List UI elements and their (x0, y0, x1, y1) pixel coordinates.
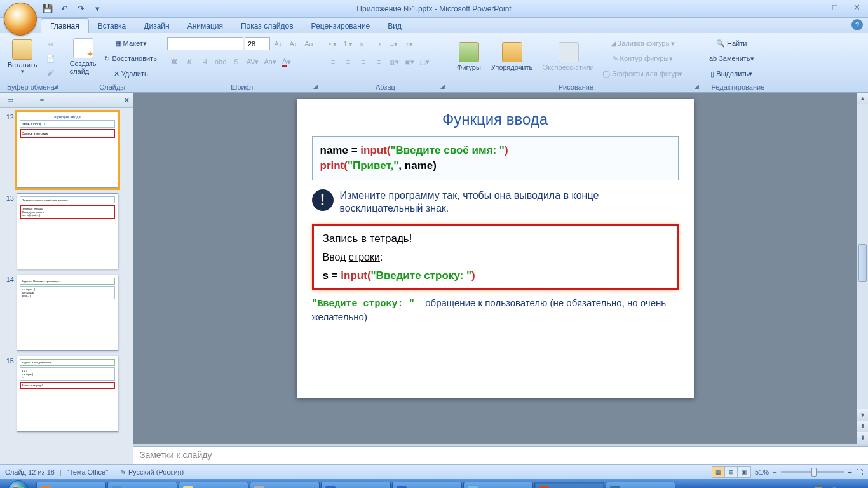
layout-button[interactable]: ▦ Макет ▾ (102, 36, 158, 50)
zoom-out-button[interactable]: − (773, 468, 776, 476)
thumbnail[interactable]: По умолчанию все введённые данные... Зап… (17, 193, 118, 269)
zoom-handle[interactable] (811, 468, 817, 477)
replace-button[interactable]: ab Заменить ▾ (707, 51, 756, 65)
tab-review[interactable]: Рецензирование (302, 19, 379, 33)
help-button[interactable]: ? (851, 19, 863, 30)
thumbnail[interactable]: Функция ввода name = input(...) Запись в… (17, 112, 118, 188)
thumbnail[interactable]: Задача. В каждой строке... a = 5n = inpu… (17, 356, 118, 432)
taskbar-item[interactable]: Диплом (179, 482, 248, 488)
tab-slideshow[interactable]: Показ слайдов (232, 19, 302, 33)
thumbnail-item[interactable]: 13 По умолчанию все введённые данные... … (4, 193, 129, 269)
quick-styles-button[interactable]: Экспресс-стили (539, 35, 597, 78)
fit-button[interactable]: ⛶ (856, 468, 863, 476)
taskbar-item[interactable]: Блокнот… (463, 482, 533, 488)
office-button[interactable] (4, 3, 37, 36)
select-button[interactable]: ▯ Выделить ▾ (707, 67, 756, 81)
notes-pane[interactable]: Заметки к слайду (133, 447, 868, 464)
dialog-launcher-icon[interactable]: ◢ (438, 82, 447, 91)
slide-canvas-area[interactable]: Функция ввода name = input("Введите своё… (133, 93, 857, 444)
taskbar-item[interactable]: Microsof… (534, 482, 604, 488)
strike-button[interactable]: abc (213, 55, 228, 69)
qat-customize[interactable]: ▾ (90, 2, 104, 16)
scroll-up-button[interactable]: ▲ (857, 93, 868, 104)
taskbar-item[interactable]: ВКР. Тра… (321, 482, 391, 488)
shape-effects-button[interactable]: ◯ Эффекты для фигур ▾ (600, 67, 685, 81)
save-button[interactable]: 💾 (41, 2, 55, 16)
case-button[interactable]: Aa▾ (262, 55, 278, 69)
shadow-button[interactable]: S (229, 55, 243, 69)
vertical-scrollbar[interactable]: ▲ ▼ ⬆ ⬇ (857, 93, 868, 444)
reset-button[interactable]: ↻ Восстановить (102, 51, 158, 65)
scroll-track[interactable] (857, 104, 868, 409)
thumbnail-item[interactable]: 14 Задание. Напишите программу... a = in… (4, 274, 129, 351)
bold-button[interactable]: Ж (167, 55, 181, 69)
italic-button[interactable]: К (182, 55, 196, 69)
columns-button[interactable]: ▥▾ (387, 55, 401, 69)
minimize-button[interactable]: — (806, 1, 821, 13)
new-slide-button[interactable]: ✦ Создать слайд (66, 35, 100, 78)
redo-button[interactable]: ↷ (74, 2, 88, 16)
zoom-level[interactable]: 51% (755, 468, 769, 476)
font-family-combo[interactable] (167, 37, 243, 50)
taskbar-item[interactable]: конспек… (392, 482, 462, 488)
zoom-slider[interactable] (781, 471, 844, 473)
maximize-button[interactable]: □ (827, 1, 843, 13)
tab-design[interactable]: Дизайн (135, 19, 178, 33)
font-color-button[interactable]: A▾ (280, 55, 294, 69)
align-right-button[interactable]: ≡ (356, 55, 370, 69)
clear-format-button[interactable]: Aa (302, 37, 316, 51)
start-button[interactable] (1, 480, 36, 488)
grow-font-button[interactable]: A↑ (271, 37, 285, 51)
thumbnail-item[interactable]: 12 Функция ввода name = input(...) Запис… (4, 112, 129, 188)
cut-button[interactable]: ✂ (44, 37, 58, 51)
scroll-thumb[interactable] (858, 244, 867, 282)
format-painter-button[interactable]: 🖌 (44, 65, 58, 79)
scroll-down-button[interactable]: ▼ (857, 409, 868, 421)
thumbnail[interactable]: Задание. Напишите программу... a = input… (17, 274, 118, 351)
taskbar-item[interactable]: hvg.py - … (606, 482, 675, 488)
find-button[interactable]: 🔍 Найти (707, 36, 756, 50)
spacing-button[interactable]: AV▾ (245, 55, 261, 69)
align-text-button[interactable]: ▣▾ (402, 55, 416, 69)
close-button[interactable]: ✕ (849, 1, 864, 13)
shape-outline-button[interactable]: ✎ Контур фигуры ▾ (600, 51, 685, 65)
undo-button[interactable]: ↶ (57, 2, 71, 16)
tab-view[interactable]: Вид (379, 19, 410, 33)
tab-animation[interactable]: Анимация (179, 19, 232, 33)
line-spacing-button[interactable]: ≡▾ (387, 37, 401, 51)
taskbar-item[interactable]: Съемны… (250, 482, 320, 488)
taskbar-item[interactable]: TIOBE In… (36, 482, 106, 488)
arrange-button[interactable]: Упорядочить (487, 35, 536, 78)
font-size-combo[interactable]: 28 (245, 37, 270, 50)
smartart-button[interactable]: ⬚▾ (417, 55, 431, 69)
align-left-button[interactable]: ≡ (326, 55, 340, 69)
thumbnail-list[interactable]: 12 Функция ввода name = input(...) Запис… (0, 108, 133, 464)
slideshow-view-button[interactable]: ▣ (738, 467, 750, 477)
delete-button[interactable]: ✕ Удалить (102, 67, 158, 81)
indent-button[interactable]: ⇥ (372, 37, 386, 51)
panel-close-icon[interactable]: × (124, 95, 129, 105)
language-indicator[interactable]: Русский (Россия) (128, 468, 184, 476)
dialog-launcher-icon[interactable]: ◢ (693, 82, 702, 91)
text-direction-button[interactable]: ↕▾ (402, 37, 416, 51)
zoom-in-button[interactable]: + (848, 468, 852, 476)
copy-button[interactable]: 📄 (44, 51, 58, 65)
dialog-launcher-icon[interactable]: ◢ (51, 82, 60, 91)
tab-home[interactable]: Главная (41, 18, 89, 33)
slides-tab[interactable]: ▭ (4, 95, 17, 106)
normal-view-button[interactable]: ▦ (712, 467, 725, 477)
dedent-button[interactable]: ⇤ (356, 37, 370, 51)
prev-slide-button[interactable]: ⬆ (857, 421, 868, 432)
spellcheck-icon[interactable]: ✎ (120, 468, 126, 477)
sorter-view-button[interactable]: ⊞ (725, 467, 738, 477)
tab-insert[interactable]: Вставка (89, 19, 135, 33)
thumbnail-item[interactable]: 15 Задача. В каждой строке... a = 5n = i… (4, 356, 129, 432)
underline-button[interactable]: Ч (198, 55, 212, 69)
justify-button[interactable]: ≡ (372, 55, 386, 69)
shrink-font-button[interactable]: A↓ (287, 37, 301, 51)
dialog-launcher-icon[interactable]: ◢ (311, 82, 320, 91)
paste-button[interactable]: Вставить ▼ (4, 35, 41, 78)
numbering-button[interactable]: 1.▾ (341, 37, 355, 51)
shape-fill-button[interactable]: ◢ Заливка фигуры ▾ (600, 36, 685, 50)
align-center-button[interactable]: ≡ (341, 55, 355, 69)
